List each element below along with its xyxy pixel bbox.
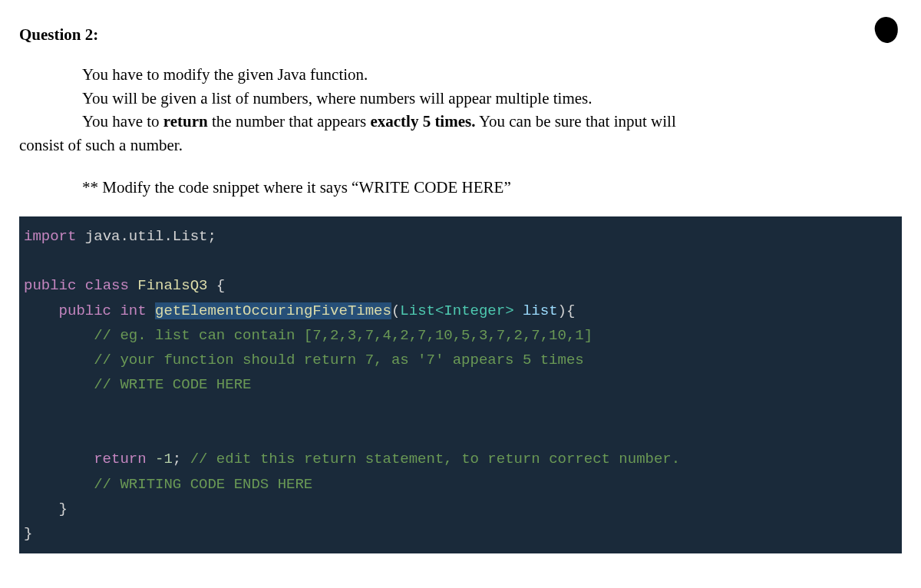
code-keyword-int: int <box>120 302 146 319</box>
instruction-text: the number that appears <box>208 112 371 130</box>
code-paren: ( <box>391 302 400 319</box>
code-brace-close: } <box>24 525 32 542</box>
code-number: -1 <box>147 451 173 467</box>
code-comment: // WRITE CODE HERE <box>94 376 251 393</box>
question-header: Question 2: <box>19 23 902 46</box>
code-paren: ){ <box>558 302 576 319</box>
modify-note: ** Modify the code snippet where it says… <box>19 176 902 199</box>
code-keyword-public: public <box>24 277 76 294</box>
code-keyword-import: import <box>24 228 76 245</box>
code-keyword-public: public <box>59 302 111 319</box>
instruction-line-4: consist of such a number. <box>19 134 902 157</box>
instruction-text: You can be sure that input will <box>475 112 675 130</box>
code-comment: // WRITING CODE ENDS HERE <box>94 476 312 493</box>
code-block: import java.util.List; public class Fina… <box>19 216 902 554</box>
code-keyword-return: return <box>94 451 146 467</box>
code-param-type: List<Integer> <box>400 302 513 319</box>
instructions-block: You have to modify the given Java functi… <box>19 63 902 157</box>
code-class-name: FinalsQ3 <box>137 277 207 294</box>
code-method-name: getElementOccuringFiveTimes <box>155 302 391 319</box>
code-comment: // eg. list can contain [7,2,3,7,4,2,7,1… <box>94 327 593 344</box>
code-comment: // edit this return statement, to return… <box>181 451 680 467</box>
instruction-text: You have to <box>82 112 163 130</box>
code-keyword-class: class <box>85 277 129 294</box>
code-param-name: list <box>514 302 558 319</box>
code-comment: // your function should return 7, as '7'… <box>94 352 584 368</box>
instruction-line-3: You have to return the number that appea… <box>82 110 902 133</box>
instruction-line-1: You have to modify the given Java functi… <box>82 63 902 86</box>
instruction-bold-exactly: exactly 5 times. <box>370 112 475 130</box>
code-semi: ; <box>173 451 181 467</box>
instruction-line-2: You will be given a list of numbers, whe… <box>82 87 902 110</box>
instruction-bold-return: return <box>163 112 208 130</box>
code-brace: { <box>207 277 225 294</box>
code-brace-close: } <box>59 500 68 517</box>
code-package: java.util.List; <box>76 228 216 245</box>
